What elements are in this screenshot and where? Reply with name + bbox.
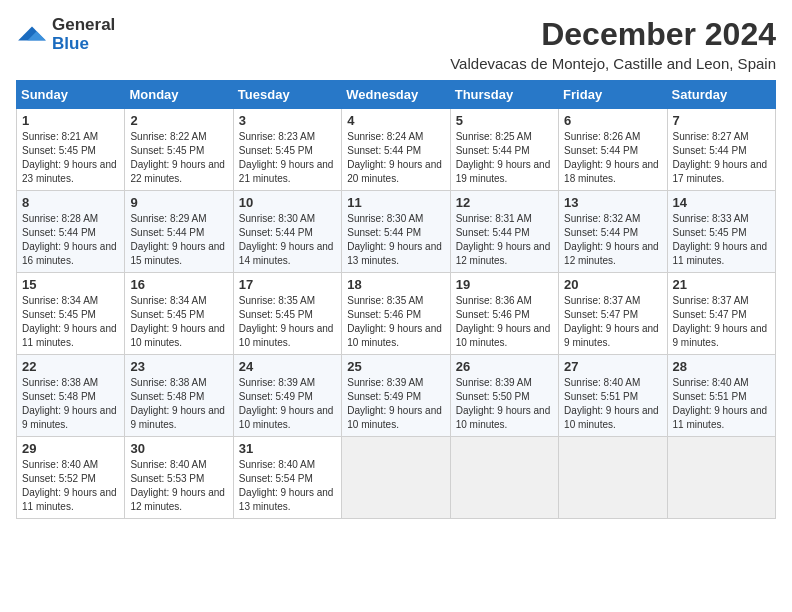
day-number: 3 (239, 113, 336, 128)
calendar-cell: 23 Sunrise: 8:38 AM Sunset: 5:48 PM Dayl… (125, 355, 233, 437)
day-info: Sunrise: 8:27 AM Sunset: 5:44 PM Dayligh… (673, 130, 770, 186)
day-info: Sunrise: 8:38 AM Sunset: 5:48 PM Dayligh… (22, 376, 119, 432)
sunset: Sunset: 5:44 PM (347, 227, 421, 238)
sunrise: Sunrise: 8:40 AM (22, 459, 98, 470)
day-number: 30 (130, 441, 227, 456)
calendar-cell: 1 Sunrise: 8:21 AM Sunset: 5:45 PM Dayli… (17, 109, 125, 191)
daylight: Daylight: 9 hours and 9 minutes. (673, 323, 768, 348)
day-info: Sunrise: 8:35 AM Sunset: 5:45 PM Dayligh… (239, 294, 336, 350)
sunrise: Sunrise: 8:23 AM (239, 131, 315, 142)
day-number: 2 (130, 113, 227, 128)
daylight: Daylight: 9 hours and 12 minutes. (564, 241, 659, 266)
day-number: 10 (239, 195, 336, 210)
day-info: Sunrise: 8:36 AM Sunset: 5:46 PM Dayligh… (456, 294, 553, 350)
daylight: Daylight: 9 hours and 10 minutes. (564, 405, 659, 430)
day-number: 9 (130, 195, 227, 210)
sunrise: Sunrise: 8:31 AM (456, 213, 532, 224)
daylight: Daylight: 9 hours and 13 minutes. (239, 487, 334, 512)
calendar-cell: 12 Sunrise: 8:31 AM Sunset: 5:44 PM Dayl… (450, 191, 558, 273)
day-number: 22 (22, 359, 119, 374)
column-header-wednesday: Wednesday (342, 81, 450, 109)
daylight: Daylight: 9 hours and 17 minutes. (673, 159, 768, 184)
calendar-cell: 16 Sunrise: 8:34 AM Sunset: 5:45 PM Dayl… (125, 273, 233, 355)
sunrise: Sunrise: 8:38 AM (130, 377, 206, 388)
daylight: Daylight: 9 hours and 12 minutes. (130, 487, 225, 512)
day-info: Sunrise: 8:40 AM Sunset: 5:51 PM Dayligh… (564, 376, 661, 432)
day-number: 17 (239, 277, 336, 292)
calendar-cell: 14 Sunrise: 8:33 AM Sunset: 5:45 PM Dayl… (667, 191, 775, 273)
sunset: Sunset: 5:54 PM (239, 473, 313, 484)
daylight: Daylight: 9 hours and 10 minutes. (239, 323, 334, 348)
sunset: Sunset: 5:46 PM (347, 309, 421, 320)
sunset: Sunset: 5:45 PM (130, 145, 204, 156)
calendar-cell: 4 Sunrise: 8:24 AM Sunset: 5:44 PM Dayli… (342, 109, 450, 191)
calendar-cell (342, 437, 450, 519)
daylight: Daylight: 9 hours and 10 minutes. (130, 323, 225, 348)
day-number: 5 (456, 113, 553, 128)
daylight: Daylight: 9 hours and 11 minutes. (22, 323, 117, 348)
sunset: Sunset: 5:44 PM (22, 227, 96, 238)
week-row-3: 15 Sunrise: 8:34 AM Sunset: 5:45 PM Dayl… (17, 273, 776, 355)
daylight: Daylight: 9 hours and 14 minutes. (239, 241, 334, 266)
day-info: Sunrise: 8:31 AM Sunset: 5:44 PM Dayligh… (456, 212, 553, 268)
sunset: Sunset: 5:44 PM (456, 145, 530, 156)
day-info: Sunrise: 8:34 AM Sunset: 5:45 PM Dayligh… (22, 294, 119, 350)
calendar-cell: 7 Sunrise: 8:27 AM Sunset: 5:44 PM Dayli… (667, 109, 775, 191)
week-row-5: 29 Sunrise: 8:40 AM Sunset: 5:52 PM Dayl… (17, 437, 776, 519)
column-header-saturday: Saturday (667, 81, 775, 109)
daylight: Daylight: 9 hours and 9 minutes. (22, 405, 117, 430)
calendar-cell: 26 Sunrise: 8:39 AM Sunset: 5:50 PM Dayl… (450, 355, 558, 437)
day-info: Sunrise: 8:40 AM Sunset: 5:51 PM Dayligh… (673, 376, 770, 432)
sunrise: Sunrise: 8:34 AM (130, 295, 206, 306)
sunrise: Sunrise: 8:39 AM (456, 377, 532, 388)
logo-text: General Blue (52, 16, 115, 53)
day-number: 19 (456, 277, 553, 292)
calendar-cell: 25 Sunrise: 8:39 AM Sunset: 5:49 PM Dayl… (342, 355, 450, 437)
day-number: 15 (22, 277, 119, 292)
calendar-cell (667, 437, 775, 519)
sunset: Sunset: 5:45 PM (22, 309, 96, 320)
day-info: Sunrise: 8:29 AM Sunset: 5:44 PM Dayligh… (130, 212, 227, 268)
day-info: Sunrise: 8:32 AM Sunset: 5:44 PM Dayligh… (564, 212, 661, 268)
day-number: 27 (564, 359, 661, 374)
day-number: 6 (564, 113, 661, 128)
sunset: Sunset: 5:49 PM (239, 391, 313, 402)
sunset: Sunset: 5:52 PM (22, 473, 96, 484)
title-section: December 2024 Valdevacas de Montejo, Cas… (450, 16, 776, 72)
day-number: 4 (347, 113, 444, 128)
day-info: Sunrise: 8:39 AM Sunset: 5:50 PM Dayligh… (456, 376, 553, 432)
daylight: Daylight: 9 hours and 9 minutes. (130, 405, 225, 430)
day-number: 21 (673, 277, 770, 292)
sunrise: Sunrise: 8:33 AM (673, 213, 749, 224)
calendar-cell: 13 Sunrise: 8:32 AM Sunset: 5:44 PM Dayl… (559, 191, 667, 273)
day-info: Sunrise: 8:33 AM Sunset: 5:45 PM Dayligh… (673, 212, 770, 268)
sunrise: Sunrise: 8:35 AM (239, 295, 315, 306)
daylight: Daylight: 9 hours and 15 minutes. (130, 241, 225, 266)
sunset: Sunset: 5:47 PM (673, 309, 747, 320)
day-info: Sunrise: 8:30 AM Sunset: 5:44 PM Dayligh… (239, 212, 336, 268)
column-header-thursday: Thursday (450, 81, 558, 109)
sunset: Sunset: 5:44 PM (130, 227, 204, 238)
calendar-table: SundayMondayTuesdayWednesdayThursdayFrid… (16, 80, 776, 519)
calendar-cell: 11 Sunrise: 8:30 AM Sunset: 5:44 PM Dayl… (342, 191, 450, 273)
daylight: Daylight: 9 hours and 18 minutes. (564, 159, 659, 184)
sunset: Sunset: 5:45 PM (130, 309, 204, 320)
calendar-cell: 3 Sunrise: 8:23 AM Sunset: 5:45 PM Dayli… (233, 109, 341, 191)
sunrise: Sunrise: 8:37 AM (564, 295, 640, 306)
calendar-cell: 2 Sunrise: 8:22 AM Sunset: 5:45 PM Dayli… (125, 109, 233, 191)
day-number: 18 (347, 277, 444, 292)
subtitle: Valdevacas de Montejo, Castille and Leon… (450, 55, 776, 72)
sunset: Sunset: 5:51 PM (564, 391, 638, 402)
column-header-sunday: Sunday (17, 81, 125, 109)
calendar-cell: 10 Sunrise: 8:30 AM Sunset: 5:44 PM Dayl… (233, 191, 341, 273)
calendar-cell: 29 Sunrise: 8:40 AM Sunset: 5:52 PM Dayl… (17, 437, 125, 519)
sunrise: Sunrise: 8:35 AM (347, 295, 423, 306)
day-number: 7 (673, 113, 770, 128)
calendar-cell: 21 Sunrise: 8:37 AM Sunset: 5:47 PM Dayl… (667, 273, 775, 355)
sunset: Sunset: 5:44 PM (239, 227, 313, 238)
calendar-cell (450, 437, 558, 519)
sunset: Sunset: 5:45 PM (239, 145, 313, 156)
daylight: Daylight: 9 hours and 23 minutes. (22, 159, 117, 184)
calendar-cell: 20 Sunrise: 8:37 AM Sunset: 5:47 PM Dayl… (559, 273, 667, 355)
sunrise: Sunrise: 8:25 AM (456, 131, 532, 142)
